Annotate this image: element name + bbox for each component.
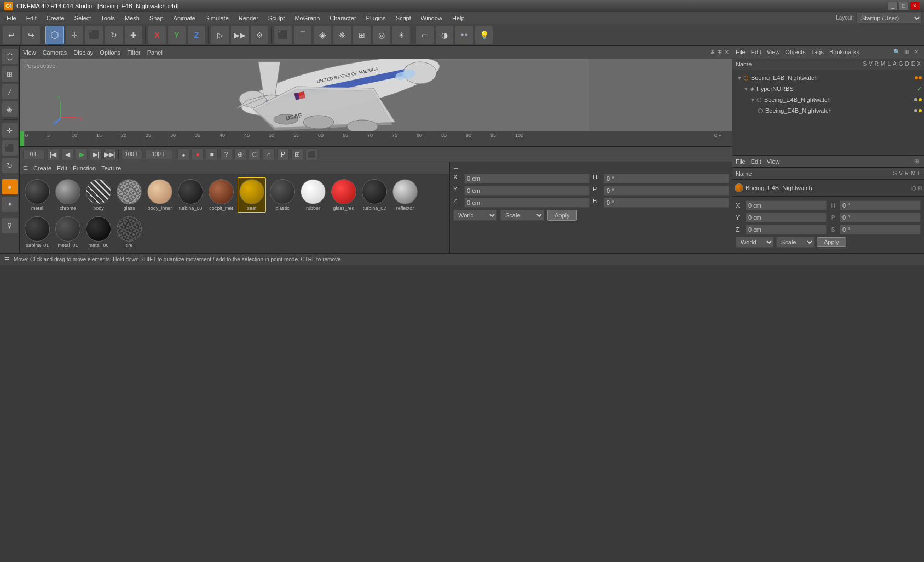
viewport[interactable]: Perspective bbox=[20, 59, 732, 131]
transport-stop[interactable]: ■ bbox=[206, 148, 218, 160]
mat-turbina-02[interactable]: turbina_02 bbox=[360, 177, 389, 213]
menu-help[interactable]: Help bbox=[448, 14, 469, 22]
coord-right-x-pos[interactable] bbox=[746, 200, 827, 210]
knife-tool-btn[interactable]: ✦ bbox=[2, 196, 18, 213]
mat-reflector[interactable]: reflector bbox=[391, 177, 419, 213]
magnet-btn[interactable]: ⚲ bbox=[2, 217, 18, 234]
coord-right-x-rot[interactable] bbox=[840, 200, 921, 210]
mat-glass[interactable]: glass bbox=[115, 177, 143, 213]
coord-x-pos-input[interactable]: 0 cm bbox=[464, 174, 590, 183]
coord-right-z-rot[interactable] bbox=[840, 225, 921, 234]
mat-rubber[interactable]: rubber bbox=[299, 177, 327, 213]
vp-ctrl-3[interactable]: ✕ bbox=[724, 49, 729, 56]
brush-tool-btn[interactable]: ● bbox=[2, 179, 18, 195]
nurbs-button[interactable]: ◈ bbox=[313, 26, 332, 44]
mat-top-icon-1[interactable]: ⊞ bbox=[912, 157, 921, 166]
vp-ctrl-2[interactable]: ⊞ bbox=[717, 49, 722, 56]
menu-character[interactable]: Character bbox=[325, 14, 360, 22]
obj-menu-file[interactable]: File bbox=[736, 49, 746, 55]
apply-btn-right[interactable]: Apply bbox=[817, 237, 846, 247]
coord-right-y-rot[interactable] bbox=[840, 213, 921, 222]
scale-button[interactable]: ⬛ bbox=[85, 26, 103, 44]
mat-metal-00[interactable]: metal_00 bbox=[84, 215, 113, 250]
mat-metal-01[interactable]: metal_01 bbox=[54, 215, 82, 250]
menu-file[interactable]: File bbox=[2, 14, 21, 22]
mat-turbina-00[interactable]: turbina_00 bbox=[176, 177, 205, 213]
transport-play-rev[interactable]: ◀ bbox=[61, 148, 73, 160]
render-region-button[interactable]: ▷ bbox=[211, 26, 229, 44]
menu-sculpt[interactable]: Sculpt bbox=[264, 14, 290, 22]
vp-menu-filter[interactable]: Filter bbox=[127, 49, 140, 56]
add-object-button[interactable]: ✚ bbox=[124, 26, 143, 44]
menu-tools[interactable]: Tools bbox=[96, 14, 119, 22]
apply-button[interactable]: Apply bbox=[547, 210, 577, 221]
vp-menu-cameras[interactable]: Cameras bbox=[43, 49, 67, 56]
obj-menu-view[interactable]: View bbox=[767, 49, 780, 55]
vp-menu-options[interactable]: Options bbox=[100, 49, 120, 56]
transport-mode6[interactable]: ⬛ bbox=[305, 148, 317, 160]
spline-button[interactable]: ⌒ bbox=[293, 26, 312, 44]
mat-menu-function[interactable]: Function bbox=[73, 165, 96, 171]
array-button[interactable]: ⊞ bbox=[353, 26, 371, 44]
mat-tire[interactable]: tire bbox=[115, 215, 143, 250]
mat-plastic[interactable]: plastic bbox=[268, 177, 297, 213]
transport-mode2[interactable]: ⬡ bbox=[249, 148, 261, 160]
timeline-ruler[interactable]: 0 5 10 15 20 25 30 35 40 45 50 55 60 65 … bbox=[20, 131, 732, 147]
layout-select[interactable]: Startup (User) bbox=[856, 13, 922, 24]
obj-row-boeing-child2[interactable]: ⬡ Boeing_E4B_Nightwatch bbox=[732, 105, 924, 116]
y-axis-button[interactable]: Y bbox=[168, 26, 186, 44]
coord-right-y-pos[interactable] bbox=[746, 213, 827, 222]
mat-turbina-01[interactable]: turbina_01 bbox=[23, 215, 51, 250]
x-axis-button[interactable]: X bbox=[148, 26, 166, 44]
obj-search-icon[interactable]: 🔍 bbox=[892, 48, 901, 56]
coord-y-rot-input[interactable] bbox=[604, 186, 729, 196]
light-button[interactable]: ☀ bbox=[392, 26, 411, 44]
coord-x-rot-input[interactable] bbox=[604, 174, 729, 183]
maximize-button[interactable]: □ bbox=[899, 2, 909, 10]
camera-button[interactable]: ◎ bbox=[372, 26, 391, 44]
menu-create[interactable]: Create bbox=[42, 14, 69, 22]
obj-menu-edit[interactable]: Edit bbox=[751, 49, 761, 55]
minimize-button[interactable]: _ bbox=[888, 2, 898, 10]
floor-button[interactable]: ▭ bbox=[415, 26, 434, 44]
mat-body-inner[interactable]: body_inner bbox=[146, 177, 174, 213]
vp-menu-panel[interactable]: Panel bbox=[147, 49, 163, 56]
fps-input[interactable] bbox=[121, 150, 143, 159]
mat-top-menu-file[interactable]: File bbox=[736, 158, 746, 165]
vp-ctrl-1[interactable]: ⊕ bbox=[710, 49, 715, 56]
redo-button[interactable]: ↪ bbox=[22, 26, 41, 44]
transport-mode1[interactable]: ⊕ bbox=[234, 148, 246, 160]
cube-button[interactable]: ⬛ bbox=[274, 26, 292, 44]
polygon-mode-btn[interactable]: ◈ bbox=[2, 101, 18, 117]
menu-plugins[interactable]: Plugins bbox=[362, 14, 390, 22]
coord-y-pos-input[interactable]: 0 cm bbox=[464, 186, 590, 196]
menu-animate[interactable]: Animate bbox=[169, 14, 200, 22]
transport-mode3[interactable]: ○ bbox=[263, 148, 275, 160]
point-mode-btn[interactable]: ⊞ bbox=[2, 66, 18, 82]
deformer-button[interactable]: ❋ bbox=[333, 26, 351, 44]
bulb-button[interactable]: 💡 bbox=[475, 26, 493, 44]
glasses-button[interactable]: 👓 bbox=[455, 26, 473, 44]
coord-right-mode-select[interactable]: World bbox=[736, 237, 774, 248]
menu-script[interactable]: Script bbox=[391, 14, 415, 22]
mat-top-menu-view[interactable]: View bbox=[767, 158, 780, 165]
menu-simulate[interactable]: Simulate bbox=[201, 14, 233, 22]
coord-z-pos-input[interactable]: 0 cm bbox=[464, 198, 590, 208]
mat-cocpit-met[interactable]: cocpit_met bbox=[207, 177, 235, 213]
mat-metal[interactable]: metal bbox=[23, 177, 51, 213]
mat-glass-red[interactable]: glass_red bbox=[330, 177, 358, 213]
record-btn[interactable]: ● bbox=[192, 148, 204, 160]
coord-mode-select[interactable]: World Object bbox=[453, 210, 497, 221]
move-tool-btn[interactable]: ✛ bbox=[2, 122, 18, 139]
menu-mograph[interactable]: MoGraph bbox=[290, 14, 324, 22]
transport-frame-next[interactable]: ▶▶| bbox=[104, 148, 116, 160]
move-button[interactable]: ✛ bbox=[65, 26, 84, 44]
transport-options[interactable]: ? bbox=[220, 148, 232, 160]
obj-menu-bookmarks[interactable]: Bookmarks bbox=[829, 49, 859, 55]
scale-tool-btn[interactable]: ⬛ bbox=[2, 140, 18, 156]
mat-chrome[interactable]: chrome bbox=[54, 177, 82, 213]
mat-row-boeing[interactable]: Boeing_E4B_Nightwatch ⬡ ⊞ bbox=[735, 182, 922, 194]
obj-row-boeing-root[interactable]: ▼ ⬡ Boeing_E4B_Nightwatch bbox=[732, 72, 924, 83]
mat-body[interactable]: body bbox=[84, 177, 113, 213]
current-frame-input[interactable] bbox=[23, 150, 45, 159]
